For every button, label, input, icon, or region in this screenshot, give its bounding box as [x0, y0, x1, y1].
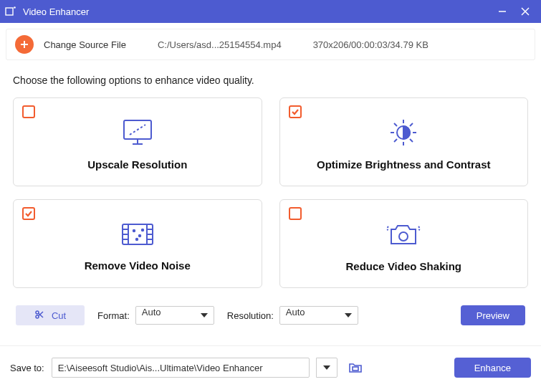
source-file-path: C:/Users/asd...25154554.mp4 [158, 39, 282, 50]
format-select[interactable]: Auto [135, 306, 214, 325]
svg-rect-38 [353, 367, 358, 371]
controls-row: Cut Format: Auto Resolution: Auto Previe… [6, 288, 535, 340]
option-label: Upscale Resolution [87, 158, 187, 171]
svg-line-17 [410, 139, 413, 142]
svg-point-32 [142, 229, 143, 231]
resolution-label: Resolution: [227, 310, 274, 321]
svg-rect-0 [6, 8, 13, 15]
close-button[interactable] [514, 0, 537, 23]
source-file-meta: 370x206/00:00:03/34.79 KB [313, 39, 429, 50]
svg-point-1 [14, 6, 16, 9]
option-label: Reduce Video Shaking [346, 260, 461, 272]
svg-line-19 [394, 139, 397, 142]
add-source-icon[interactable] [15, 35, 34, 54]
save-path-dropdown[interactable] [316, 358, 337, 378]
camera-shake-icon [384, 219, 423, 252]
checkbox-optimize[interactable] [289, 105, 302, 118]
source-bar: Change Source File C:/Users/asd...251545… [6, 29, 535, 60]
options-grid: Upscale Resolution Optimize Br [6, 97, 535, 288]
svg-point-33 [399, 232, 408, 241]
option-upscale-resolution[interactable]: Upscale Resolution [13, 97, 262, 186]
open-folder-button[interactable] [345, 358, 366, 378]
svg-line-8 [130, 125, 145, 135]
change-source-file-link[interactable]: Change Source File [44, 39, 126, 50]
save-to-label: Save to: [10, 363, 44, 373]
svg-point-29 [133, 230, 135, 231]
option-remove-noise[interactable]: Remove Video Noise [13, 199, 262, 288]
save-path-value: E:\Aiseesoft Studio\Ais...Ultimate\Video… [58, 363, 263, 373]
cut-label: Cut [52, 310, 66, 321]
chevron-down-icon [323, 365, 330, 370]
brightness-icon [386, 118, 421, 150]
chevron-down-icon [201, 313, 208, 317]
svg-point-30 [139, 235, 140, 236]
preview-button[interactable]: Preview [461, 305, 525, 325]
folder-icon [348, 362, 363, 373]
titlebar: Video Enhancer [0, 0, 541, 23]
film-noise-icon [118, 220, 157, 251]
option-label: Remove Video Noise [85, 259, 191, 272]
monitor-upscale-icon [120, 118, 155, 150]
resolution-value: Auto [286, 307, 305, 317]
option-optimize-brightness[interactable]: Optimize Brightness and Contrast [279, 97, 529, 186]
save-path-field[interactable]: E:\Aiseesoft Studio\Ais...Ultimate\Video… [52, 358, 310, 378]
resolution-select[interactable]: Auto [279, 306, 358, 325]
checkbox-deshake[interactable] [289, 207, 302, 220]
window-title: Video Enhancer [23, 6, 491, 17]
svg-line-18 [410, 123, 413, 126]
option-reduce-shaking[interactable]: Reduce Video Shaking [279, 199, 529, 288]
option-label: Optimize Brightness and Contrast [317, 158, 491, 171]
svg-point-31 [136, 239, 138, 240]
instruction-text: Choose the following options to enhance … [6, 60, 535, 97]
format-label: Format: [97, 310, 130, 321]
scissors-icon [34, 310, 44, 322]
enhance-button[interactable]: Enhance [454, 358, 531, 378]
minimize-button[interactable] [491, 0, 514, 23]
app-icon [4, 5, 17, 18]
cut-button[interactable]: Cut [16, 305, 85, 325]
checkbox-upscale[interactable] [22, 105, 35, 118]
checkbox-denoise[interactable] [22, 207, 35, 220]
format-value: Auto [142, 307, 161, 317]
footer-row: Save to: E:\Aiseesoft Studio\Ais...Ultim… [0, 346, 541, 389]
chevron-down-icon [345, 313, 352, 317]
video-enhancer-window: Video Enhancer Change Source File C:/Use… [0, 0, 541, 392]
svg-line-16 [394, 123, 397, 126]
